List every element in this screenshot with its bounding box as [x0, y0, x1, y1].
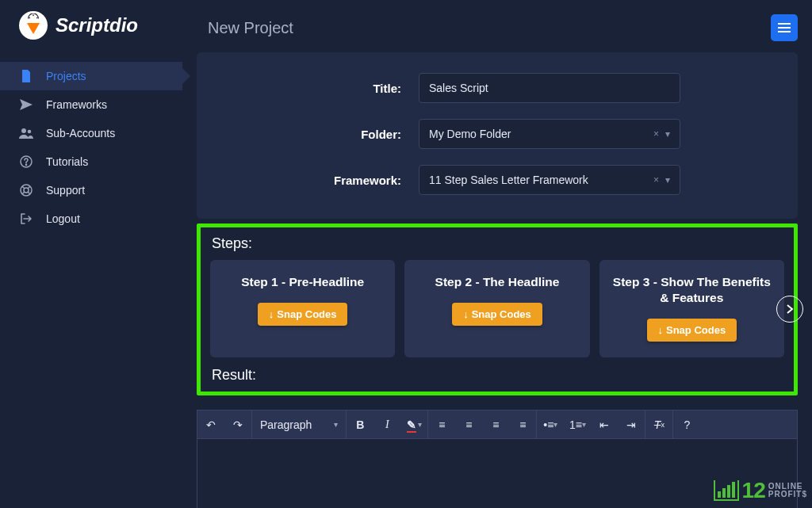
align-justify-button[interactable]: ≡ [509, 411, 536, 438]
sidebar-item-label: Sub-Accounts [46, 127, 115, 139]
sidebar-item-label: Tutorials [46, 155, 88, 168]
sidebar: Scriptdio Projects Frameworks Sub-Accoun… [0, 0, 182, 508]
logo-text: Scriptdio [56, 14, 138, 36]
svg-point-0 [29, 17, 30, 19]
svg-rect-10 [778, 27, 791, 29]
snap-label: Snap Codes [472, 308, 531, 320]
snap-label: Snap Codes [277, 308, 336, 320]
chevron-down-icon: ▾ [665, 128, 670, 139]
watermark-number: 12 [742, 478, 765, 503]
sidebar-item-frameworks[interactable]: Frameworks [0, 90, 182, 119]
result-label: Result: [212, 367, 784, 384]
italic-button[interactable]: I [373, 411, 400, 438]
gear-icon [26, 13, 40, 20]
chevron-down-icon: ▾ [553, 420, 557, 429]
sidebar-item-tutorials[interactable]: Tutorials [0, 147, 182, 176]
sidebar-item-support[interactable]: Support [0, 176, 182, 204]
document-icon [17, 70, 35, 82]
download-icon: ↓ [269, 308, 274, 320]
sidebar-item-label: Frameworks [46, 98, 107, 111]
snap-codes-button[interactable]: ↓ Snap Codes [258, 303, 348, 326]
svg-point-2 [36, 17, 38, 19]
sidebar-item-projects[interactable]: Projects [0, 62, 182, 90]
folder-select-value: My Demo Folder [429, 128, 511, 140]
question-circle-icon [17, 155, 35, 168]
step-card-3: Step 3 - Show The Benefits & Features ↓ … [599, 260, 784, 357]
outdent-icon: ⇤ [599, 418, 609, 431]
watermark: 12 ONLINE PROFIT$ [714, 478, 807, 503]
undo-icon: ↶ [206, 418, 216, 431]
sidebar-item-label: Logout [46, 212, 80, 225]
steps-label: Steps: [212, 235, 784, 252]
watermark-text: ONLINE PROFIT$ [768, 483, 807, 498]
users-icon [17, 128, 35, 139]
text-color-button[interactable]: ✎ ▾ [400, 411, 427, 438]
snap-codes-button[interactable]: ↓ Snap Codes [452, 303, 542, 326]
bold-icon: B [356, 418, 364, 431]
sidebar-item-logout[interactable]: Logout [0, 204, 182, 233]
main: New Project Title: Folder: My Demo Folde… [182, 0, 812, 508]
text-color-icon: ✎ [407, 418, 416, 431]
chevron-down-icon: ▾ [418, 420, 422, 429]
svg-point-1 [33, 15, 34, 17]
clear-icon[interactable]: × [653, 128, 659, 139]
number-list-button[interactable]: 1≡▾ [564, 411, 591, 438]
svg-rect-11 [778, 31, 791, 32]
align-left-button[interactable]: ≡ [428, 411, 455, 438]
svg-point-4 [28, 130, 32, 134]
sidebar-item-label: Projects [46, 70, 86, 82]
step-title: Step 1 - Pre-Headline [241, 274, 364, 290]
topbar: New Project [197, 14, 798, 41]
bullet-list-button[interactable]: •≡▾ [537, 411, 564, 438]
step-title: Step 3 - Show The Benefits & Features [609, 274, 775, 306]
framework-select-value: 11 Step Sales Letter Framework [429, 174, 588, 186]
indent-button[interactable]: ⇥ [618, 411, 645, 438]
download-icon: ↓ [463, 308, 469, 320]
clear-icon[interactable]: × [653, 174, 659, 185]
sidebar-item-label: Support [46, 184, 85, 197]
logo: Scriptdio [0, 0, 182, 54]
form-panel: Title: Folder: My Demo Folder × ▾ Framew… [197, 52, 798, 219]
redo-button[interactable]: ↷ [224, 411, 251, 438]
framework-select[interactable]: 11 Step Sales Letter Framework × ▾ [419, 165, 680, 195]
redo-icon: ↷ [233, 418, 243, 431]
help-icon: ? [684, 418, 690, 431]
step-title: Step 2 - The Headline [435, 274, 560, 290]
align-justify-icon: ≡ [519, 418, 526, 431]
editor-body[interactable] [197, 439, 797, 508]
sidebar-item-subaccounts[interactable]: Sub-Accounts [0, 119, 182, 147]
chevron-down-icon: ▾ [665, 174, 670, 185]
editor-toolbar: ↶ ↷ Paragraph ▾ B I ✎ ▾ [197, 411, 797, 439]
clear-format-icon: T [654, 418, 661, 431]
align-right-button[interactable]: ≡ [482, 411, 509, 438]
format-select[interactable]: Paragraph ▾ [252, 411, 346, 438]
svg-point-3 [21, 128, 26, 133]
framework-label: Framework: [213, 174, 419, 187]
bullet-list-icon: •≡ [543, 418, 553, 431]
title-label: Title: [213, 82, 419, 95]
indent-icon: ⇥ [626, 418, 636, 431]
undo-button[interactable]: ↶ [197, 411, 224, 438]
align-right-icon: ≡ [492, 418, 499, 431]
next-step-button[interactable] [776, 296, 803, 323]
align-center-icon: ≡ [465, 418, 472, 431]
menu-toggle-button[interactable] [771, 14, 798, 41]
step-card-1: Step 1 - Pre-Headline ↓ Snap Codes [210, 260, 395, 357]
hamburger-icon [778, 23, 791, 32]
folder-select[interactable]: My Demo Folder × ▾ [419, 119, 680, 149]
number-list-icon: 1≡ [569, 418, 582, 431]
format-select-label: Paragraph [260, 418, 312, 431]
bold-button[interactable]: B [347, 411, 373, 438]
italic-icon: I [385, 418, 389, 431]
outdent-button[interactable]: ⇤ [591, 411, 618, 438]
title-input[interactable] [419, 73, 680, 103]
logo-icon [19, 11, 48, 40]
align-left-icon: ≡ [439, 418, 445, 431]
align-center-button[interactable]: ≡ [455, 411, 482, 438]
page-title: New Project [208, 19, 293, 37]
life-ring-icon [17, 184, 35, 197]
clear-format-button[interactable]: Tx [645, 411, 672, 438]
nav: Projects Frameworks Sub-Accounts Tutoria… [0, 54, 182, 233]
snap-codes-button[interactable]: ↓ Snap Codes [647, 319, 737, 342]
help-button[interactable]: ? [673, 411, 700, 438]
